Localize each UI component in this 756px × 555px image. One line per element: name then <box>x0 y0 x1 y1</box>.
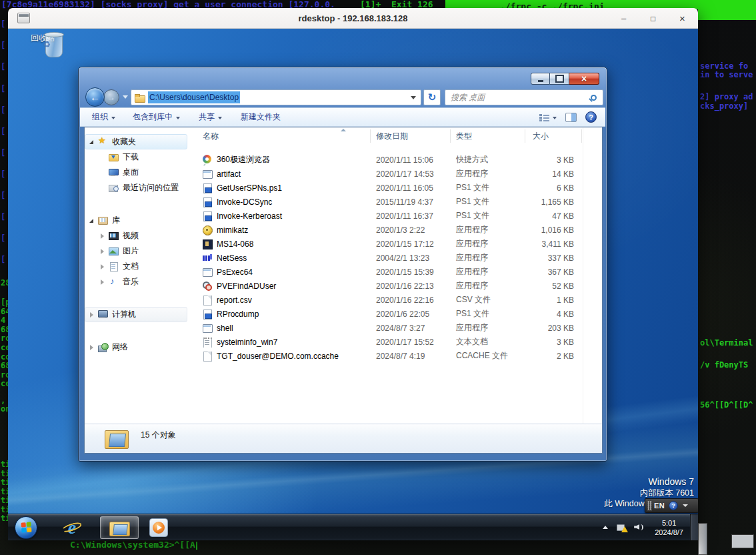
sidebar-item-documents[interactable]: 文档 <box>85 259 187 274</box>
file-row[interactable]: NetSess2004/2/1 13:23应用程序337 KB <box>193 251 602 265</box>
file-row[interactable]: Invoke-DCSync2015/11/19 4:37PS1 文件1,165 … <box>193 195 602 209</box>
include-in-library-menu[interactable]: 包含到库中 <box>133 111 180 123</box>
organize-menu[interactable]: 组织 <box>92 111 115 123</box>
change-view-button[interactable] <box>539 113 557 121</box>
doc-file-icon <box>202 351 213 362</box>
expander-closed-icon[interactable] <box>99 232 107 240</box>
sidebar-item-network[interactable]: 网络 <box>85 340 187 355</box>
file-row[interactable]: PVEFindADUser2020/1/16 22:13应用程序52 KB <box>193 279 602 293</box>
terminal-prompt-text: C:\Windows\system32>^[[A <box>70 540 195 550</box>
expander-closed-icon[interactable] <box>99 278 107 286</box>
sidebar-item-desktop[interactable]: 桌面 <box>85 165 187 180</box>
navigation-bar: C:\Users\douser\Desktop 搜索 桌面 <box>79 87 607 107</box>
help-button[interactable] <box>585 111 597 123</box>
rdesktop-close-button[interactable] <box>677 13 687 23</box>
file-row[interactable]: mimikatz2020/1/3 2:22应用程序1,016 KB <box>193 223 602 237</box>
share-menu[interactable]: 共享 <box>199 111 222 123</box>
background-window-fragment <box>731 534 754 548</box>
clock-time: 5:01 <box>655 518 683 528</box>
file-row[interactable]: PsExec642020/1/15 15:39应用程序367 KB <box>193 265 602 279</box>
address-dropdown-icon[interactable] <box>411 96 416 99</box>
file-type: PS1 文件 <box>451 210 525 221</box>
internet-explorer-taskbar-button[interactable]: e <box>61 517 83 538</box>
preview-pane-button[interactable] <box>565 113 577 122</box>
file-row[interactable]: RProcdump2020/1/6 22:05PS1 文件4 KB <box>193 307 602 321</box>
netsess-file-icon <box>202 253 213 263</box>
expander-closed-icon[interactable] <box>88 344 96 352</box>
sidebar-item-label: 最近访问的位置 <box>123 182 179 193</box>
refresh-button[interactable] <box>423 89 441 105</box>
file-row[interactable]: shell2024/8/7 3:27应用程序203 KB <box>193 321 602 335</box>
rdesktop-minimize-button[interactable] <box>619 13 629 23</box>
close-button[interactable] <box>569 73 599 85</box>
music-icon <box>109 278 119 286</box>
file-row[interactable]: GetUserSPNs.ps12020/1/11 16:05PS1 文件6 KB <box>193 181 602 195</box>
sidebar-item-downloads[interactable]: 下载 <box>85 149 187 165</box>
start-button[interactable] <box>15 516 37 539</box>
language-bar[interactable]: EN <box>645 498 698 513</box>
file-row[interactable]: MS14-0682020/1/15 17:12应用程序3,411 KB <box>193 237 602 251</box>
column-header-date-modified[interactable]: 修改日期 <box>371 129 451 143</box>
show-desktop-button[interactable] <box>690 514 698 540</box>
file-type: 应用程序 <box>451 224 525 235</box>
sidebar-item-pictures[interactable]: 图片 <box>85 243 187 259</box>
help-icon[interactable] <box>669 501 678 510</box>
file-date-modified: 2020/1/15 17:12 <box>371 239 451 249</box>
search-box[interactable]: 搜索 桌面 <box>445 89 603 105</box>
network-status-icon[interactable] <box>617 523 628 532</box>
address-text-selected[interactable]: C:\Users\douser\Desktop <box>148 91 240 103</box>
app-file-icon <box>202 169 213 179</box>
file-size: 367 KB <box>525 267 582 277</box>
column-header-type[interactable]: 类型 <box>451 129 525 143</box>
terminal-text-fragment: ol\Terminal <box>700 339 753 348</box>
sidebar-item-music[interactable]: 音乐 <box>85 274 187 290</box>
chevron-down-icon[interactable] <box>683 504 688 507</box>
taskbar-clock[interactable]: 5:01 2024/8/7 <box>649 518 689 537</box>
expander-closed-icon[interactable] <box>88 311 96 319</box>
new-folder-button[interactable]: 新建文件夹 <box>241 111 281 123</box>
media-player-taskbar-button[interactable] <box>149 518 168 537</box>
file-row[interactable]: 360极速浏览器2020/1/11 15:06快捷方式3 KB <box>193 153 602 167</box>
expander-open-icon[interactable] <box>88 217 96 225</box>
address-bar[interactable]: C:\Users\douser\Desktop <box>131 89 421 105</box>
expander-closed-icon[interactable] <box>99 247 107 255</box>
recycle-bin[interactable]: ♻ 回收站 <box>23 31 63 44</box>
forward-button[interactable] <box>103 89 119 105</box>
terminal-highlight-corner <box>698 0 756 20</box>
app-file-icon <box>202 323 213 334</box>
rdesktop-maximize-button[interactable] <box>648 13 658 23</box>
sidebar-item-videos[interactable]: 视频 <box>85 228 187 243</box>
sidebar-item-label: 收藏夹 <box>112 136 136 147</box>
explorer-taskbar-button-active[interactable] <box>100 516 139 539</box>
file-type: 应用程序 <box>451 168 525 179</box>
sidebar-item-computer[interactable]: 计算机 <box>85 307 187 322</box>
windows-desktop: ♻ 回收站 Windows 7 内部版本 7601 此 Windows EN <box>8 29 698 540</box>
volume-icon[interactable] <box>634 523 644 532</box>
show-hidden-icons-button[interactable] <box>601 526 610 529</box>
screen: [7c8e9a11e6983132] [socks_proxy] get a u… <box>0 0 756 555</box>
column-header-size[interactable]: 大小 <box>525 129 582 143</box>
maximize-button[interactable] <box>550 73 569 85</box>
language-indicator[interactable]: EN <box>654 502 665 510</box>
search-icon[interactable] <box>591 95 597 101</box>
column-header-name[interactable]: 名称 <box>193 129 371 143</box>
back-button[interactable] <box>85 87 105 107</box>
file-row[interactable]: systeiminfo_win72020/1/17 15:52文本文档3 KB <box>193 335 602 349</box>
sidebar-item-favorites[interactable]: 收藏夹 <box>85 134 187 149</box>
expander-closed-icon[interactable] <box>99 263 107 271</box>
sidebar-item-libraries[interactable]: 库 <box>85 213 187 228</box>
recent-pages-chevron-icon[interactable] <box>123 95 128 99</box>
favorites-star-icon <box>98 137 109 146</box>
file-row[interactable]: Invoke-Kerberoast2020/1/11 16:37PS1 文件47… <box>193 209 602 223</box>
file-name: GetUserSPNs.ps1 <box>217 183 282 193</box>
sidebar-item-recent-places[interactable]: 最近访问的位置 <box>85 180 187 195</box>
expander-open-icon[interactable] <box>88 138 96 146</box>
minimize-button[interactable] <box>531 73 550 85</box>
file-row[interactable]: artifact2020/1/17 14:53应用程序14 KB <box>193 167 602 181</box>
grip-handle-icon[interactable] <box>647 501 652 510</box>
app-file-icon <box>202 267 213 278</box>
file-row[interactable]: TGT_douser@DEMO.com.ccache2024/8/7 4:19C… <box>193 349 602 363</box>
sidebar-item-label: 视频 <box>123 230 139 241</box>
file-row[interactable]: report.csv2020/1/16 22:16CSV 文件1 KB <box>193 293 602 307</box>
rdesktop-titlebar[interactable]: rdesktop - 192.168.183.128 <box>8 8 698 29</box>
